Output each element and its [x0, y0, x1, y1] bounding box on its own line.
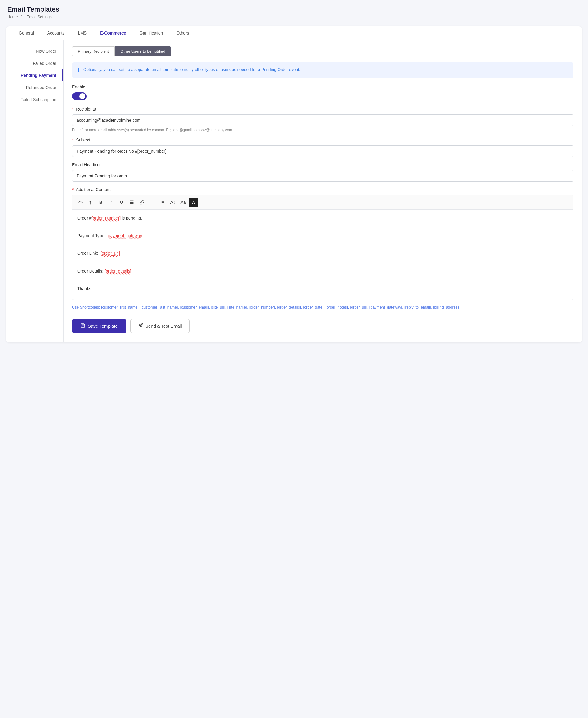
editor-line-4: Order Details: [order_details]: [77, 268, 568, 275]
save-template-button[interactable]: Save Template: [72, 319, 126, 333]
subject-label: * Subject: [72, 138, 573, 142]
recipients-required-star: *: [72, 107, 74, 111]
editor-line-blank-3: [77, 258, 568, 266]
editor-line-blank-4: [77, 276, 568, 284]
editor-toolbar: <> ¶ B I U ☰ — ≡ A↕ Aa A: [72, 195, 573, 210]
additional-content-required-star: *: [72, 187, 74, 192]
breadcrumb: Home / Email Settings: [7, 15, 581, 19]
toolbar-italic-btn[interactable]: I: [106, 198, 116, 207]
breadcrumb-separator: /: [21, 15, 22, 19]
toolbar-bold-btn[interactable]: B: [96, 198, 106, 207]
shortcodes-values: [customer_first_name], [customer_last_na…: [101, 305, 461, 310]
editor-body[interactable]: Order #[order_number] is pending. Paymen…: [72, 210, 573, 300]
sidebar: New Order Failed Order Pending Payment R…: [6, 40, 64, 343]
breadcrumb-home[interactable]: Home: [7, 15, 18, 19]
sidebar-item-failed-subscription[interactable]: Failed Subscription: [6, 93, 63, 106]
save-icon: [81, 323, 85, 329]
toolbar-fontfamily-btn[interactable]: Aa: [178, 198, 188, 207]
sidebar-item-new-order[interactable]: New Order: [6, 45, 63, 57]
top-tabs: General Accounts LMS E-Commerce Gamifica…: [6, 26, 582, 40]
sub-tab-primary-recipient[interactable]: Primary Recipient: [72, 46, 115, 56]
info-text: Optionally, you can set up a separate em…: [83, 67, 300, 73]
toolbar-divider-btn[interactable]: —: [147, 198, 157, 207]
toolbar-paragraph-btn[interactable]: ¶: [86, 198, 96, 207]
main-content: Primary Recipient Other Users to be noti…: [64, 40, 582, 343]
send-test-email-label: Send a Test Email: [145, 323, 182, 329]
toolbar-fontsize-btn[interactable]: A↕: [168, 198, 178, 207]
editor-line-blank-2: [77, 241, 568, 248]
sidebar-item-pending-payment[interactable]: Pending Payment: [6, 69, 63, 82]
tab-others[interactable]: Others: [170, 26, 195, 40]
info-icon: ℹ: [78, 67, 80, 73]
toolbar-align-btn[interactable]: ≡: [158, 198, 167, 207]
recipients-hint: Enter 1 or more email addresses(s) separ…: [72, 128, 573, 132]
breadcrumb-current: Email Settings: [27, 15, 52, 19]
toolbar-link-btn[interactable]: [137, 198, 147, 207]
send-icon: [138, 323, 143, 329]
additional-content-label: * Additional Content: [72, 187, 573, 192]
subject-required-star: *: [72, 138, 74, 142]
shortcode-payment-gateway: [payment_gateway]: [107, 233, 143, 238]
send-test-email-button[interactable]: Send a Test Email: [130, 319, 190, 333]
sub-tab-other-users[interactable]: Other Users to be notified: [115, 46, 171, 56]
save-template-label: Save Template: [88, 323, 118, 329]
page-title: Email Templates: [7, 5, 581, 13]
action-buttons: Save Template Send a Test Email: [72, 319, 573, 333]
editor-line-thanks: Thanks: [77, 285, 568, 293]
email-heading-input[interactable]: [72, 170, 573, 182]
tab-accounts[interactable]: Accounts: [41, 26, 71, 40]
editor-wrap: <> ¶ B I U ☰ — ≡ A↕ Aa A Ord: [72, 195, 573, 300]
sidebar-item-refunded-order[interactable]: Refunded Order: [6, 82, 63, 93]
recipients-input[interactable]: [72, 114, 573, 126]
main-card: General Accounts LMS E-Commerce Gamifica…: [6, 26, 582, 342]
sub-tabs: Primary Recipient Other Users to be noti…: [72, 46, 573, 56]
subject-input[interactable]: [72, 145, 573, 157]
content-area: New Order Failed Order Pending Payment R…: [6, 40, 582, 343]
tab-general[interactable]: General: [12, 26, 41, 40]
email-heading-label: Email Heading: [72, 162, 573, 167]
page-header: Email Templates Home / Email Settings: [0, 0, 588, 21]
shortcodes-label: Use Shortcodes:: [72, 305, 100, 310]
tab-ecommerce[interactable]: E-Commerce: [93, 26, 133, 40]
info-box: ℹ Optionally, you can set up a separate …: [72, 62, 573, 78]
toolbar-underline-btn[interactable]: U: [117, 198, 126, 207]
toggle-wrap: [72, 92, 573, 101]
enable-toggle[interactable]: [72, 92, 87, 100]
shortcode-order-url: [order_url]: [101, 251, 120, 256]
sidebar-item-failed-order[interactable]: Failed Order: [6, 57, 63, 69]
recipients-label: * Recipients: [72, 107, 573, 111]
toolbar-list-btn[interactable]: ☰: [127, 198, 136, 207]
editor-line-1: Order #[order_number] is pending.: [77, 214, 568, 222]
editor-line-3: Order Link: [order_url]: [77, 250, 568, 257]
tab-lms[interactable]: LMS: [71, 26, 93, 40]
shortcode-order-number: [order_number]: [91, 216, 121, 220]
toolbar-code-btn[interactable]: <>: [76, 198, 85, 207]
enable-label: Enable: [72, 84, 573, 89]
editor-line-blank-1: [77, 223, 568, 231]
tab-gamification[interactable]: Gamification: [133, 26, 170, 40]
shortcode-order-details: [order_details]: [104, 269, 131, 273]
toolbar-fontcolor-btn[interactable]: A: [189, 198, 198, 207]
editor-line-2: Payment Type: [payment_gateway]: [77, 232, 568, 239]
shortcodes-text: Use Shortcodes: [customer_first_name], […: [72, 304, 573, 311]
